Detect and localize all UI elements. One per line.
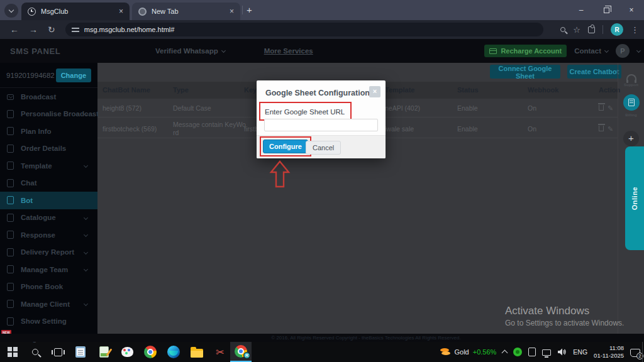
sheet-url-input[interactable] (264, 119, 378, 131)
col-chatbot-name: ChatBot Name (103, 86, 150, 94)
delete-icon[interactable] (599, 126, 604, 131)
online-chat-tab[interactable]: Online (625, 146, 644, 250)
tab-msgclub[interactable]: MsgClub × (21, 3, 130, 20)
chevron-down-icon (9, 7, 14, 12)
create-chatbot-button[interactable]: Create Chatbot (567, 65, 621, 79)
address-bar[interactable]: msg.msgclub.net/home.html# (65, 23, 543, 36)
recharge-account-button[interactable]: Recharge Account (484, 45, 567, 57)
sidebar-item-catalogue[interactable]: Catalogue (0, 209, 97, 227)
url-text[interactable]: msg.msgclub.net/home.html# (84, 26, 175, 33)
contact-dropdown[interactable]: Contact (574, 47, 608, 55)
chevron-down-icon (84, 302, 88, 306)
book-icon (7, 283, 14, 291)
taskbar-paint[interactable] (119, 344, 135, 359)
new-tab-button[interactable]: + (247, 4, 252, 15)
phone-link-icon[interactable] (528, 348, 536, 356)
chevron-down-icon (84, 233, 88, 237)
windows-logo-icon (8, 347, 18, 357)
google-sheet-modal: Google Sheet Configuration × Enter Googl… (257, 80, 386, 158)
cancel-button[interactable]: Cancel (306, 141, 341, 155)
taskbar-chrome-active[interactable]: R (230, 342, 252, 362)
date: 01-11-2025 (594, 352, 624, 359)
sidebar-item-bot[interactable]: Bot (0, 192, 97, 209)
restore-button[interactable] (594, 0, 619, 20)
copyright-text: © 2016, All Rights Reserved Copyright - … (271, 335, 460, 341)
sidebar-item-manage-client[interactable]: Manage Client (0, 295, 97, 313)
sidebar-item-chat[interactable]: Chat (0, 175, 97, 192)
edit-icon[interactable]: ✎ (608, 125, 613, 133)
tab-title: MsgClub (41, 8, 114, 15)
sender-number: 919201994682 (6, 72, 55, 79)
sidebar-item-response[interactable]: Response (0, 226, 97, 244)
chrome-icon (144, 346, 157, 358)
folder-icon (191, 349, 203, 358)
extensions-icon[interactable] (588, 26, 595, 33)
doc-icon (7, 110, 14, 118)
headset-icon[interactable] (626, 74, 636, 80)
sidebar-item-plan-info[interactable]: Plan Info (0, 123, 97, 140)
tune-icon[interactable] (72, 26, 79, 33)
stock-widget[interactable]: Gold +0.56% (440, 348, 496, 356)
browser-tabstrip: MsgClub × New Tab × + – × (0, 0, 644, 20)
edit-icon[interactable]: ✎ (608, 104, 613, 112)
add-button[interactable]: + (623, 131, 639, 146)
delete-icon[interactable] (599, 105, 604, 111)
time: 11:08 (594, 344, 624, 352)
tab-search-button[interactable] (4, 4, 18, 18)
doc-icon (7, 231, 14, 239)
configure-button[interactable]: Configure (263, 140, 308, 153)
forward-icon[interactable]: → (29, 25, 38, 35)
taskbar-chrome[interactable] (143, 344, 158, 359)
zoom-icon[interactable] (560, 27, 565, 32)
sidebar-item-manage-team[interactable]: Manage Team (0, 261, 97, 278)
tray-expand-icon[interactable] (502, 350, 508, 356)
doc-icon (7, 265, 14, 273)
network-icon[interactable] (542, 349, 551, 356)
sidebar-item-show-setting[interactable]: Show Setting (0, 313, 97, 331)
taskbar-edge[interactable] (166, 344, 181, 359)
back-icon[interactable]: ← (10, 25, 19, 35)
chevron-down-icon[interactable] (636, 48, 641, 52)
user-avatar[interactable]: P (616, 44, 630, 58)
tab-newtab[interactable]: New Tab × (132, 3, 240, 20)
app-header: SMS PANEL Verified Whatsapp More Service… (0, 39, 644, 63)
annotation-rect-label: Enter Google Sheet URL (259, 102, 352, 121)
language-indicator[interactable]: ENG (573, 348, 587, 356)
speaker-icon[interactable] (557, 348, 567, 356)
sidebar-item-delivery-report[interactable]: Delivery Report (0, 244, 97, 261)
window-controls: – × (569, 0, 644, 20)
cell-template: iwale sale (385, 125, 414, 133)
close-icon[interactable]: × (369, 86, 380, 97)
stock-label: Gold (454, 348, 469, 356)
chevron-down-icon (221, 48, 226, 52)
reload-icon[interactable]: ↻ (48, 25, 55, 35)
sidebar-item-personalise-broadcast[interactable]: Personalise Broadcast (0, 106, 97, 123)
browser-menu-icon[interactable]: ⋮ (631, 25, 639, 35)
sidebar-item-order-details[interactable]: Order Details (0, 140, 97, 158)
clock-favicon-icon (28, 8, 36, 16)
change-number-button[interactable]: Change (56, 69, 91, 82)
verified-whatsapp-dropdown[interactable]: Verified Whatsapp (155, 47, 225, 55)
antivirus-icon[interactable] (513, 348, 522, 356)
taskbar-explorer[interactable] (189, 344, 204, 359)
taskbar-editor[interactable] (96, 344, 111, 359)
sidebar-item-phone-book[interactable]: Phone Book (0, 278, 97, 296)
chevron-down-icon (84, 163, 88, 168)
bookmark-star-icon[interactable]: ☆ (573, 25, 580, 35)
text-editor-icon (99, 346, 109, 358)
sidebar-item-broadcast[interactable]: Broadcast (0, 88, 97, 106)
doc-icon (7, 162, 14, 170)
close-icon[interactable]: × (119, 7, 123, 16)
more-services-link[interactable]: More Services (264, 47, 313, 55)
browser-profile-avatar[interactable]: R (611, 23, 623, 36)
close-window-button[interactable]: × (619, 0, 644, 20)
doc-icon (7, 248, 14, 256)
billing-button[interactable] (623, 94, 640, 111)
taskbar-snipping[interactable]: ✂ (213, 344, 228, 359)
sidebar-item-template[interactable]: Template (0, 157, 97, 175)
clock[interactable]: 11:08 01-11-2025 (594, 344, 624, 360)
notification-icon[interactable]: 2 (630, 349, 640, 357)
close-icon[interactable]: × (230, 7, 234, 16)
minimize-button[interactable]: – (569, 0, 594, 20)
connect-google-sheet-button[interactable]: Connect Google Sheet (490, 65, 560, 79)
